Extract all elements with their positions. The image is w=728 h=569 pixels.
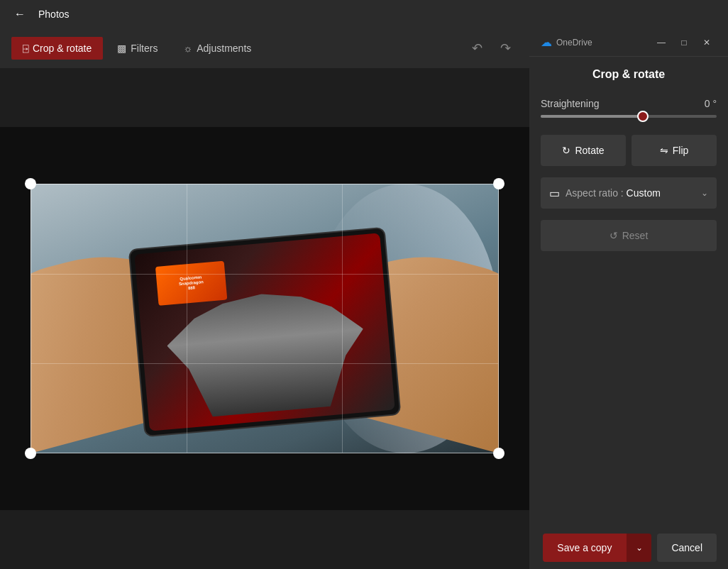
aspect-ratio-icon: ▭ bbox=[549, 187, 560, 200]
rotate-button[interactable]: ↻ Rotate bbox=[541, 135, 626, 166]
back-button[interactable]: ← bbox=[9, 3, 31, 26]
canvas-area: QualcommSnapdragon888 bbox=[0, 68, 529, 569]
overlay-right bbox=[499, 184, 529, 453]
filters-tab[interactable]: ▩ Filters bbox=[106, 37, 169, 60]
overlay-top bbox=[0, 127, 529, 184]
overlay-left bbox=[0, 184, 31, 453]
title-bar: ← Photos bbox=[0, 0, 728, 28]
slider-fill bbox=[541, 115, 643, 118]
slider-thumb[interactable] bbox=[637, 111, 649, 122]
rotate-icon: ↻ bbox=[562, 145, 570, 156]
straightening-slider-track[interactable] bbox=[541, 115, 717, 118]
adjustments-tab[interactable]: ☼ Adjustments bbox=[172, 37, 263, 60]
straightening-section: Straightening 0 ° bbox=[541, 98, 717, 123]
maximize-button[interactable]: □ bbox=[674, 33, 694, 53]
crop-handle-tl[interactable] bbox=[25, 178, 36, 189]
panel-content: Crop & rotate Straightening 0 ° ↻ Rotate bbox=[529, 57, 728, 526]
crop-handle-tr[interactable] bbox=[493, 178, 504, 189]
save-copy-button[interactable]: Save a copy bbox=[543, 534, 626, 562]
bottom-bar: Save a copy ⌄ Cancel bbox=[529, 526, 728, 569]
toolbar: ⍈ Crop & rotate ▩ Filters ☼ Adjustments … bbox=[0, 28, 529, 68]
reset-icon: ↺ bbox=[610, 230, 618, 241]
onedrive-icon: ☁ bbox=[541, 35, 552, 49]
straightening-label: Straightening bbox=[541, 98, 600, 109]
crop-icon: ⍈ bbox=[23, 43, 28, 54]
straightening-value: 0 ° bbox=[705, 98, 717, 109]
straightening-label-row: Straightening 0 ° bbox=[541, 98, 717, 109]
panel-title-bar: ☁ OneDrive — □ ✕ bbox=[529, 28, 728, 57]
crop-rotate-tab[interactable]: ⍈ Crop & rotate bbox=[11, 37, 103, 60]
photo-scene: QualcommSnapdragon888 bbox=[31, 184, 499, 453]
window-controls: — □ ✕ bbox=[651, 33, 717, 53]
minimize-button[interactable]: — bbox=[651, 33, 671, 53]
close-button[interactable]: ✕ bbox=[697, 33, 717, 53]
panel-title: Crop & rotate bbox=[541, 68, 717, 87]
aspect-ratio-dropdown[interactable]: ▭ Aspect ratio : Custom ⌄ bbox=[541, 177, 717, 209]
redo-button[interactable]: ↷ bbox=[492, 35, 518, 61]
crop-container[interactable]: QualcommSnapdragon888 bbox=[31, 184, 499, 453]
app-title: Photos bbox=[38, 9, 719, 20]
qualcomm-badge: QualcommSnapdragon888 bbox=[155, 261, 228, 306]
onedrive-logo: ☁ OneDrive bbox=[541, 35, 592, 49]
crop-image: QualcommSnapdragon888 bbox=[31, 184, 499, 453]
flip-button[interactable]: ⇋ Flip bbox=[632, 135, 717, 166]
filters-icon: ▩ bbox=[117, 43, 126, 54]
flip-icon: ⇋ bbox=[660, 145, 668, 156]
right-panel: ☁ OneDrive — □ ✕ Crop & rotate Straighte… bbox=[529, 28, 728, 569]
aspect-ratio-label: Aspect ratio bbox=[566, 187, 618, 199]
phone-screen: QualcommSnapdragon888 bbox=[134, 233, 395, 431]
save-copy-arrow-button[interactable]: ⌄ bbox=[626, 534, 651, 562]
rotate-flip-row: ↻ Rotate ⇋ Flip bbox=[541, 135, 717, 166]
crop-handle-br[interactable] bbox=[493, 448, 504, 459]
undo-button[interactable]: ↶ bbox=[464, 35, 490, 61]
phone: QualcommSnapdragon888 bbox=[128, 227, 402, 438]
crop-handle-bl[interactable] bbox=[25, 448, 36, 459]
aspect-ratio-value: Custom bbox=[627, 187, 661, 199]
overlay-bottom bbox=[0, 453, 529, 510]
main-layout: ⍈ Crop & rotate ▩ Filters ☼ Adjustments … bbox=[0, 28, 728, 569]
content-area: ⍈ Crop & rotate ▩ Filters ☼ Adjustments … bbox=[0, 28, 529, 569]
adjustments-icon: ☼ bbox=[183, 43, 192, 54]
chevron-down-icon: ⌄ bbox=[701, 188, 708, 198]
cancel-button[interactable]: Cancel bbox=[657, 534, 717, 562]
reset-button[interactable]: ↺ Reset bbox=[541, 220, 717, 251]
